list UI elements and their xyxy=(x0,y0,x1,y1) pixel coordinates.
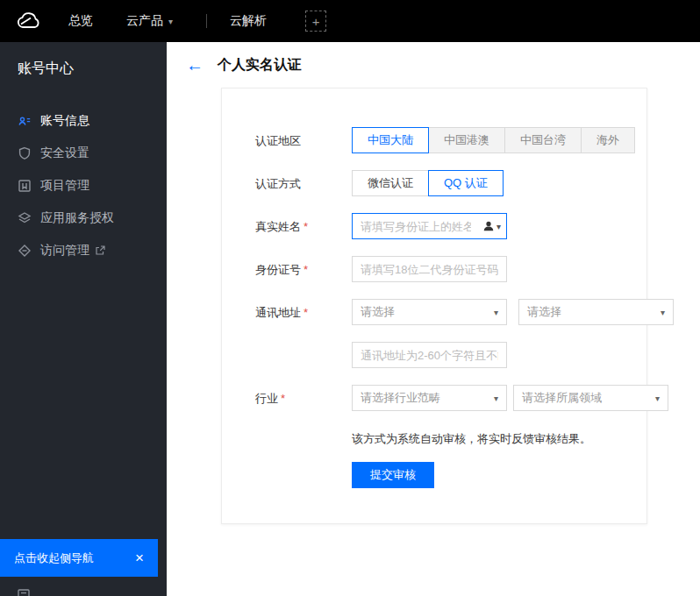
real-name-input-suffix[interactable]: ▾ xyxy=(482,220,501,232)
back-icon[interactable]: ← xyxy=(186,56,204,74)
sidebar-item-access-management[interactable]: 访问管理 xyxy=(0,234,167,266)
industry-category-placeholder: 请选择行业范畴 xyxy=(361,390,440,406)
address-label: 通讯地址* xyxy=(255,299,352,321)
region-button-group: 中国大陆 中国港澳 中国台湾 海外 xyxy=(352,127,635,153)
chevron-down-icon: ▾ xyxy=(168,17,173,26)
method-button-group: 微信认证 QQ 认证 xyxy=(352,170,504,196)
sidebar-footer-icon[interactable] xyxy=(18,585,30,594)
footer-spacer xyxy=(255,428,352,434)
sidebar-menu: 账号信息 安全设置 项目管理 xyxy=(0,104,167,266)
page-header: ← 个人实名认证 xyxy=(167,42,700,88)
id-card-user-icon xyxy=(18,114,32,128)
region-option-overseas[interactable]: 海外 xyxy=(581,127,635,153)
method-option-qq[interactable]: QQ 认证 xyxy=(428,170,504,196)
sidebar-item-label: 账号信息 xyxy=(40,113,89,129)
chevron-down-icon: ▾ xyxy=(661,308,665,317)
address-detail-input[interactable] xyxy=(352,342,507,368)
shield-icon xyxy=(18,146,32,160)
cloud-logo-icon xyxy=(16,11,42,31)
sidebar-item-security-settings[interactable]: 安全设置 xyxy=(0,137,167,169)
topbar-divider xyxy=(206,14,207,28)
address-city-select[interactable]: 请选择 ▾ xyxy=(518,299,674,325)
real-name-label-text: 真实姓名 xyxy=(255,220,301,233)
layers-icon xyxy=(18,211,32,225)
nav-overview[interactable]: 总览 xyxy=(68,13,93,29)
collapse-sidenav-label: 点击收起侧导航 xyxy=(14,550,94,566)
chevron-down-icon: ▾ xyxy=(494,394,498,403)
required-mark: * xyxy=(304,306,308,319)
method-option-wechat[interactable]: 微信认证 xyxy=(352,170,429,196)
required-mark: * xyxy=(304,263,308,276)
address-detail-spacer xyxy=(255,342,352,348)
sidebar-item-label: 应用服务授权 xyxy=(40,210,114,226)
real-name-label: 真实姓名* xyxy=(255,213,352,235)
industry-label-text: 行业 xyxy=(255,392,278,405)
id-number-label-text: 身份证号 xyxy=(255,263,301,276)
main-content: ← 个人实名认证 认证地区 中国大陆 中国港澳 中国台湾 海外 认证方式 xyxy=(167,42,700,596)
industry-field-placeholder: 请选择所属领域 xyxy=(522,390,602,406)
external-link-icon xyxy=(95,245,105,256)
address-city-placeholder: 请选择 xyxy=(527,304,561,320)
submit-review-button[interactable]: 提交审核 xyxy=(352,462,434,488)
nav-cloud-products-label: 云产品 xyxy=(126,13,163,29)
form-row-address: 通讯地址* 请选择 ▾ 请选择 ▾ xyxy=(255,299,613,325)
content-area: 认证地区 中国大陆 中国港澳 中国台湾 海外 认证方式 微信认证 QQ 认证 xyxy=(167,88,700,596)
topbar: 总览 云产品 ▾ 云解析 + xyxy=(0,0,700,42)
plus-icon: + xyxy=(312,14,320,29)
id-number-controls xyxy=(352,256,507,282)
region-option-taiwan[interactable]: 中国台湾 xyxy=(504,127,582,153)
nav-cloud-dns[interactable]: 云解析 xyxy=(230,13,267,29)
address-province-placeholder: 请选择 xyxy=(361,304,395,320)
page-title: 个人实名认证 xyxy=(218,56,302,74)
form-row-id-number: 身份证号* xyxy=(255,256,613,282)
industry-field-select[interactable]: 请选择所属领域 ▾ xyxy=(513,385,668,411)
review-note: 该方式为系统自动审核，将实时反馈审核结果。 xyxy=(352,431,591,447)
person-icon xyxy=(482,220,495,232)
form-row-method: 认证方式 微信认证 QQ 认证 xyxy=(255,170,613,196)
sidebar: 账号中心 账号信息 安全设置 xyxy=(0,42,167,596)
nav-cloud-products[interactable]: 云产品 ▾ xyxy=(126,13,173,29)
close-icon[interactable]: × xyxy=(135,550,144,565)
id-number-input[interactable] xyxy=(352,256,507,282)
required-mark: * xyxy=(281,392,285,405)
layout: 账号中心 账号信息 安全设置 xyxy=(0,42,700,596)
chevron-down-icon: ▾ xyxy=(494,308,498,317)
form-row-real-name: 真实姓名* ▾ xyxy=(255,213,613,239)
sidebar-item-project-management[interactable]: 项目管理 xyxy=(0,169,167,202)
region-option-mainland[interactable]: 中国大陆 xyxy=(352,127,429,153)
address-detail-controls xyxy=(352,342,507,368)
sidebar-item-account-info[interactable]: 账号信息 xyxy=(0,104,167,137)
chevron-down-icon: ▾ xyxy=(655,394,660,403)
industry-label: 行业* xyxy=(255,385,352,407)
sidebar-item-app-service-auth[interactable]: 应用服务授权 xyxy=(0,202,167,234)
form-row-industry: 行业* 请选择行业范畴 ▾ 请选择所属领域 ▾ xyxy=(255,385,613,411)
sidebar-item-label: 访问管理 xyxy=(40,243,89,259)
form-row-address-detail xyxy=(255,342,613,368)
collapse-sidenav-banner[interactable]: 点击收起侧导航 × xyxy=(0,539,158,577)
project-icon xyxy=(18,179,32,193)
sidebar-item-label: 安全设置 xyxy=(40,145,89,161)
add-shortcut-button[interactable]: + xyxy=(305,11,326,32)
required-mark: * xyxy=(304,220,308,233)
nav-cloud-dns-label: 云解析 xyxy=(230,13,267,29)
address-province-select[interactable]: 请选择 ▾ xyxy=(352,299,507,325)
footer-controls: 该方式为系统自动审核，将实时反馈审核结果。 提交审核 xyxy=(352,428,591,488)
address-label-text: 通讯地址 xyxy=(255,306,301,319)
method-label: 认证方式 xyxy=(255,170,352,192)
id-number-label: 身份证号* xyxy=(255,256,352,278)
sidebar-title: 账号中心 xyxy=(0,42,167,104)
sidebar-item-label: 项目管理 xyxy=(40,178,89,194)
address-controls: 请选择 ▾ 请选择 ▾ xyxy=(352,299,674,325)
industry-controls: 请选择行业范畴 ▾ 请选择所属领域 ▾ xyxy=(352,385,668,411)
access-icon xyxy=(18,244,32,258)
verification-form-card: 认证地区 中国大陆 中国港澳 中国台湾 海外 认证方式 微信认证 QQ 认证 xyxy=(221,88,647,524)
cloud-logo[interactable] xyxy=(12,8,46,34)
industry-category-select[interactable]: 请选择行业范畴 ▾ xyxy=(352,385,507,411)
nav-overview-label: 总览 xyxy=(68,13,93,29)
region-option-hkmo[interactable]: 中国港澳 xyxy=(428,127,505,153)
form-row-region: 认证地区 中国大陆 中国港澳 中国台湾 海外 xyxy=(255,127,613,153)
region-label: 认证地区 xyxy=(255,127,352,149)
real-name-input-wrap: ▾ xyxy=(352,213,507,239)
form-row-footer: 该方式为系统自动审核，将实时反馈审核结果。 提交审核 xyxy=(255,428,613,488)
chevron-down-icon: ▾ xyxy=(496,222,501,231)
